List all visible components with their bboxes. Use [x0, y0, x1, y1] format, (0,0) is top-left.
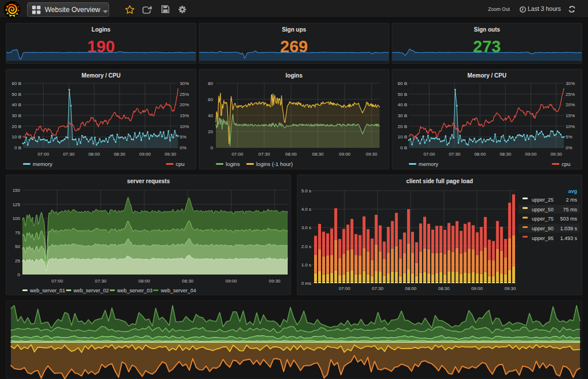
svg-text:07:30: 07:30: [372, 286, 384, 291]
svg-text:upper_25: upper_25: [532, 197, 554, 203]
svg-text:40 B: 40 B: [398, 102, 407, 107]
svg-text:0 ms: 0 ms: [301, 281, 311, 286]
svg-text:upper_90: upper_90: [532, 226, 554, 231]
svg-text:08:30: 08:30: [312, 152, 324, 157]
svg-text:5%: 5%: [180, 134, 187, 140]
svg-text:0 B: 0 B: [400, 145, 407, 150]
svg-text:10%: 10%: [180, 124, 189, 129]
svg-text:memory: memory: [419, 161, 439, 167]
svg-text:0%: 0%: [180, 145, 187, 150]
svg-text:20%: 20%: [180, 102, 189, 107]
svg-text:30%: 30%: [180, 81, 189, 86]
svg-text:09:30: 09:30: [165, 152, 177, 157]
svg-text:web_server_02: web_server_02: [73, 288, 109, 293]
svg-text:50 B: 50 B: [12, 92, 21, 97]
svg-text:logins (-1 hour): logins (-1 hour): [256, 161, 293, 167]
svg-text:upper_95: upper_95: [532, 235, 554, 241]
svg-text:15%: 15%: [180, 113, 189, 118]
svg-text:20 B: 20 B: [398, 124, 407, 129]
svg-text:upper_50: upper_50: [532, 207, 554, 212]
svg-text:07:30: 07:30: [258, 152, 270, 157]
svg-text:08:30: 08:30: [500, 152, 512, 157]
svg-text:3.0 s: 3.0 s: [301, 225, 311, 230]
svg-text:50 B: 50 B: [398, 92, 407, 97]
svg-text:web_server_03: web_server_03: [117, 288, 153, 293]
svg-text:125: 125: [13, 202, 21, 207]
svg-text:09:00: 09:00: [471, 286, 483, 291]
svg-text:10 B: 10 B: [12, 134, 21, 140]
svg-text:09:30: 09:30: [269, 279, 281, 284]
svg-text:07:30: 07:30: [95, 279, 107, 284]
svg-text:08:30: 08:30: [114, 152, 126, 157]
svg-text:07:30: 07:30: [449, 152, 461, 157]
svg-text:503 ms: 503 ms: [560, 216, 577, 222]
svg-text:web_server_01: web_server_01: [29, 288, 65, 293]
svg-text:40 B: 40 B: [12, 102, 21, 107]
svg-text:08:00: 08:00: [88, 152, 100, 157]
svg-text:cpu: cpu: [176, 161, 184, 167]
svg-text:08:00: 08:00: [138, 279, 150, 284]
svg-text:40: 40: [208, 113, 213, 118]
svg-text:1.039 s: 1.039 s: [560, 226, 577, 231]
svg-text:0: 0: [18, 272, 21, 277]
svg-text:60 B: 60 B: [12, 81, 21, 86]
svg-text:upper_75: upper_75: [532, 216, 554, 222]
svg-text:60: 60: [208, 97, 213, 102]
svg-text:09:00: 09:00: [225, 279, 237, 284]
svg-text:07:00: 07:00: [52, 279, 64, 284]
svg-text:75 ms: 75 ms: [563, 207, 577, 212]
svg-text:08:00: 08:00: [285, 152, 297, 157]
svg-text:1.493 s: 1.493 s: [560, 235, 577, 241]
svg-text:08:30: 08:30: [438, 286, 450, 291]
svg-text:09:30: 09:30: [504, 286, 516, 291]
svg-text:20%: 20%: [566, 102, 575, 107]
svg-text:2 ms: 2 ms: [566, 197, 577, 203]
svg-text:07:00: 07:00: [423, 152, 435, 157]
svg-text:50: 50: [15, 244, 20, 249]
svg-text:09:30: 09:30: [366, 152, 378, 157]
svg-text:0: 0: [211, 145, 214, 150]
svg-text:08:00: 08:00: [405, 286, 417, 291]
svg-text:25%: 25%: [566, 92, 575, 97]
svg-text:10 B: 10 B: [398, 134, 407, 140]
svg-text:0%: 0%: [566, 145, 572, 150]
svg-text:5%: 5%: [566, 134, 572, 140]
svg-text:4.0 s: 4.0 s: [301, 207, 311, 212]
svg-text:09:30: 09:30: [551, 152, 563, 157]
svg-text:150: 150: [13, 188, 21, 193]
svg-text:10%: 10%: [566, 124, 575, 129]
svg-text:25%: 25%: [180, 92, 189, 97]
svg-text:07:00: 07:00: [339, 286, 351, 291]
svg-text:20 B: 20 B: [12, 124, 21, 129]
svg-text:30 B: 30 B: [12, 113, 21, 118]
svg-text:100: 100: [13, 216, 21, 221]
svg-text:0 B: 0 B: [14, 145, 21, 150]
svg-text:07:00: 07:00: [231, 152, 243, 157]
svg-text:09:00: 09:00: [525, 152, 537, 157]
svg-text:20: 20: [208, 129, 213, 134]
svg-text:30 B: 30 B: [398, 113, 407, 118]
svg-text:80: 80: [208, 81, 213, 86]
svg-text:cpu: cpu: [562, 161, 570, 167]
svg-text:07:30: 07:30: [63, 152, 75, 157]
svg-text:2.0 s: 2.0 s: [301, 244, 311, 249]
svg-text:memory: memory: [33, 161, 53, 167]
svg-text:07:00: 07:00: [37, 152, 49, 157]
svg-text:08:30: 08:30: [182, 279, 194, 284]
svg-text:avg: avg: [568, 188, 577, 194]
svg-text:5.0 s: 5.0 s: [301, 188, 311, 194]
svg-text:1.0 s: 1.0 s: [301, 262, 311, 268]
svg-text:75: 75: [15, 230, 20, 235]
svg-text:25: 25: [15, 258, 20, 264]
svg-text:09:00: 09:00: [339, 152, 351, 157]
svg-text:15%: 15%: [566, 113, 575, 118]
svg-text:60 B: 60 B: [398, 81, 407, 86]
svg-text:08:00: 08:00: [474, 152, 486, 157]
svg-text:09:00: 09:00: [139, 152, 151, 157]
svg-text:web_server_04: web_server_04: [160, 288, 196, 293]
svg-text:30%: 30%: [566, 81, 575, 86]
svg-text:logins: logins: [226, 161, 240, 167]
